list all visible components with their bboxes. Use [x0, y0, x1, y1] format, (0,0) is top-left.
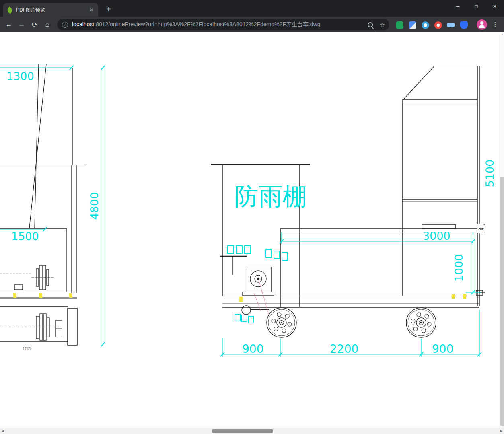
dimension-label-4800: 4800 [88, 192, 101, 220]
dimension-label-900-left: 900 [242, 342, 263, 356]
dimension-label-1500: 1500 [11, 230, 39, 243]
dimension-label-2200: 2200 [330, 342, 358, 356]
forward-icon[interactable]: → [16, 19, 27, 30]
maximize-button[interactable]: □ [467, 0, 485, 13]
small-dimension-label: 1745 [23, 347, 31, 351]
back-icon[interactable]: ← [3, 19, 14, 30]
vertical-scrollbar[interactable]: ▲ [500, 32, 504, 428]
red-ring-glyph [434, 21, 442, 29]
vertical-scrollbar-thumb[interactable] [500, 177, 504, 426]
browser-extension-icon-teal[interactable] [420, 20, 430, 30]
tab-close-icon[interactable]: ✕ [88, 6, 95, 14]
browser-menu-icon[interactable]: ⋮ [492, 20, 499, 29]
spring-leaf-favicon [6, 6, 13, 14]
close-button[interactable]: ✕ [485, 0, 504, 13]
bookmark-star-icon[interactable]: ☆ [379, 21, 385, 29]
tab-title: PDF图片预览 [16, 7, 88, 14]
url-host: localhost [72, 21, 94, 27]
browser-window: PDF图片预览 ✕ + ─ □ ✕ ← → ⟳ ⌂ i localhost:80… [0, 0, 504, 434]
cad-drawing: 1300 4800 1500 防雨棚 3000 1000 5100 900 22… [0, 64, 504, 434]
minimize-button[interactable]: ─ [448, 0, 467, 13]
wheel-right [406, 308, 436, 337]
dimension-label-1000: 1000 [453, 254, 465, 282]
dimension-label-3000: 3000 [423, 230, 451, 242]
dimension-label-900-right: 900 [432, 342, 453, 356]
scroll-right-icon[interactable]: ▶ [498, 428, 504, 434]
shield-glyph [460, 21, 468, 29]
new-tab-button[interactable]: + [104, 5, 113, 14]
cloud-extension-icon[interactable] [446, 20, 456, 30]
horizontal-scrollbar-thumb[interactable] [212, 429, 273, 433]
canopy-label: 防雨棚 [235, 182, 307, 210]
url-path: :8012/onlinePreview?url=http%3A%2F%2Floc… [94, 21, 320, 27]
browser-extension-icon-red[interactable] [433, 20, 443, 30]
url-text: localhost:8012/onlinePreview?url=http%3A… [72, 21, 368, 28]
teal-ring-glyph [422, 21, 429, 29]
home-icon[interactable]: ⌂ [42, 19, 53, 30]
pdf-file-icon-label: PDF [479, 227, 484, 230]
zoom-icon[interactable] [368, 22, 373, 27]
pdf-preview-content: 1300 4800 1500 防雨棚 3000 1000 5100 900 22… [0, 32, 504, 428]
translate-extension-glyph [396, 21, 403, 29]
left-elevation-view [0, 64, 86, 345]
translate-extension-icon[interactable] [395, 20, 404, 30]
profile-avatar[interactable] [477, 19, 487, 30]
dimension-label-1300: 1300 [6, 70, 34, 82]
scroll-left-icon[interactable]: ◀ [0, 428, 6, 434]
browser-tab[interactable]: PDF图片预览 ✕ [3, 3, 98, 17]
highlight-ticks [13, 293, 466, 302]
tab-strip: PDF图片预览 ✕ + ─ □ ✕ [0, 0, 504, 17]
scroll-up-icon[interactable]: ▲ [500, 32, 504, 37]
horizontal-scrollbar[interactable]: ◀ ▶ [0, 428, 504, 434]
google-translate-extension-icon[interactable] [407, 20, 417, 30]
wheel-left [267, 308, 296, 337]
shield-extension-icon[interactable] [459, 20, 469, 30]
address-bar[interactable]: i localhost:8012/onlinePreview?url=http%… [57, 19, 389, 30]
pdf-file-icon[interactable]: PDF [477, 224, 485, 233]
google-translate-glyph [409, 21, 416, 29]
cloud-glyph [447, 23, 455, 27]
refresh-icon[interactable]: ⟳ [29, 19, 40, 30]
site-info-icon[interactable]: i [62, 22, 68, 28]
dimension-label-5100: 5100 [483, 160, 496, 187]
browser-toolbar: ← → ⟳ ⌂ i localhost:8012/onlinePreview?u… [0, 17, 504, 32]
window-controls: ─ □ ✕ [448, 0, 504, 13]
